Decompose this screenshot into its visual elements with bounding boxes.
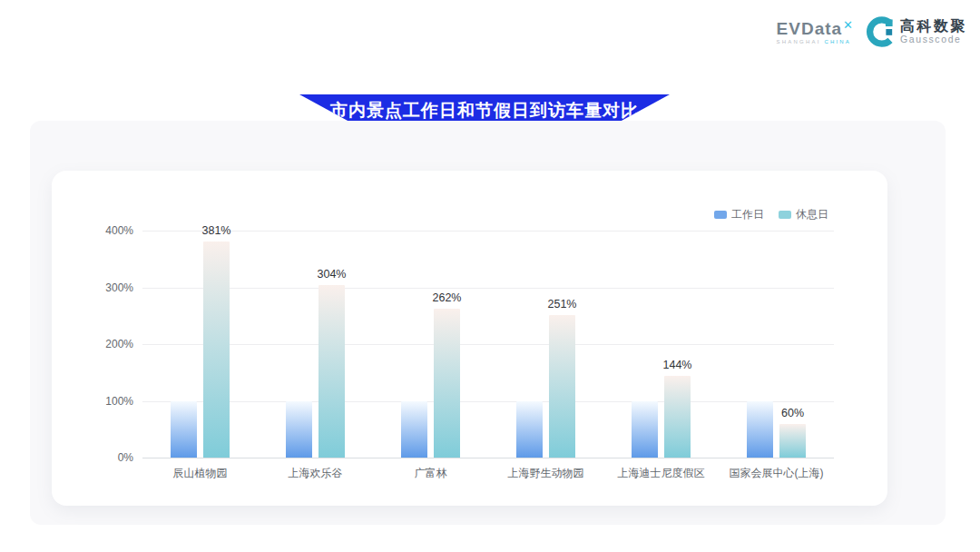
gridline (142, 231, 834, 232)
page: EVData✕ SHANGHAI CHINA 高科数聚 Gausscode 市内… (0, 0, 980, 552)
chart-card: 工作日 休息日 0%100%200%300%400%381%辰山植物园304%上… (52, 171, 887, 506)
bar-restday[interactable] (549, 315, 575, 458)
header-logos: EVData✕ SHANGHAI CHINA 高科数聚 Gausscode (777, 16, 967, 47)
bar-chart-plot: 0%100%200%300%400%381%辰山植物园304%上海欢乐谷262%… (52, 171, 887, 506)
bar-workday[interactable] (171, 401, 197, 458)
bar-value-label: 381% (190, 224, 244, 237)
evdata-subtitle-left: SHANGHAI (777, 39, 821, 44)
bar-restday[interactable] (664, 376, 691, 458)
bar-value-label: 251% (535, 298, 590, 310)
page-title: 市内景点工作日和节假日到访车量对比 (330, 99, 639, 123)
gausscode-g-icon (865, 16, 896, 47)
gridline (142, 401, 834, 402)
y-tick-label: 0% (92, 451, 133, 464)
bar-value-label: 304% (305, 268, 359, 281)
gausscode-cn-label: 高科数聚 (900, 18, 967, 34)
x-axis-label: 国家会展中心(上海) (704, 466, 849, 481)
bar-restday[interactable] (203, 242, 230, 458)
y-tick-label: 400% (92, 224, 133, 237)
y-tick-label: 300% (92, 281, 133, 294)
gausscode-text: 高科数聚 Gausscode (900, 18, 967, 44)
gausscode-logo: 高科数聚 Gausscode (865, 16, 967, 47)
bar-restday[interactable] (318, 285, 345, 458)
bar-workday[interactable] (516, 401, 543, 458)
evdata-x-icon: ✕ (843, 18, 854, 32)
bar-restday[interactable] (434, 309, 460, 458)
bar-value-label: 60% (766, 407, 820, 419)
bar-value-label: 262% (420, 291, 475, 304)
bar-workday[interactable] (632, 401, 658, 458)
x-axis-line (142, 458, 834, 458)
evdata-logo: EVData✕ SHANGHAI CHINA (777, 19, 854, 44)
evdata-subtitle: SHANGHAI CHINA (777, 39, 854, 44)
gausscode-en-label: Gausscode (900, 34, 967, 45)
bar-workday[interactable] (286, 401, 312, 458)
y-tick-label: 100% (92, 395, 133, 408)
bar-restday[interactable] (779, 424, 806, 458)
evdata-wordmark: EVData✕ (777, 19, 854, 37)
bar-value-label: 144% (651, 359, 705, 371)
y-tick-label: 200% (92, 338, 133, 350)
chart-panel: 工作日 休息日 0%100%200%300%400%381%辰山植物园304%上… (30, 121, 946, 525)
gridline (142, 288, 834, 289)
gridline (142, 344, 834, 345)
bar-workday[interactable] (401, 401, 427, 458)
evdata-subtitle-right: CHINA (824, 39, 851, 44)
evdata-name: EVData (777, 19, 843, 38)
